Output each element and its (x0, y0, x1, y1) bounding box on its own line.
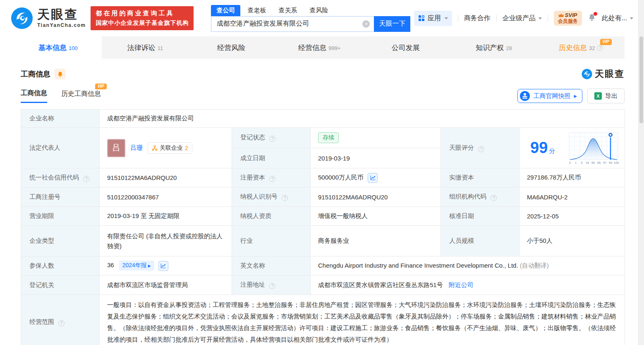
field-label-paid-capital: 实缴资本 (441, 168, 520, 187)
help-icon[interactable]: ? (282, 195, 288, 201)
industry-value: 商务服务业 (311, 226, 441, 256)
field-label-company-name: 企业名称 (21, 110, 100, 128)
legal-rep-avatar[interactable]: 吕 (107, 139, 125, 157)
reg-capital-value: 500000万人民币 (318, 174, 364, 182)
related-companies-badge[interactable]: 关联企业 2 (148, 142, 192, 154)
score-distribution-chart: 0 1 3 15 50 85 97 99 100 (566, 130, 622, 166)
company-type-value: 有限责任公司 (非自然人投资或控股的法人独资) (100, 226, 232, 256)
tab-legal-proceedings[interactable]: 法律诉讼 11 (102, 36, 189, 59)
search-tab-relation[interactable]: 查关系 (273, 5, 302, 16)
score-cell: 99分 (520, 128, 625, 168)
help-icon[interactable]: ? (83, 176, 89, 182)
tab-count: 11 (158, 45, 163, 51)
help-icon[interactable]: ? (58, 320, 65, 326)
chevron-down-icon (630, 17, 633, 19)
field-label-en-name: 英文名称 (232, 256, 311, 276)
nearby-companies-link[interactable]: 附近公司 (449, 281, 474, 288)
field-label-score: 天眼评分 ? (441, 128, 520, 168)
insured-count-value: 36 (107, 261, 114, 268)
snapshot-label: 工商官网快照 (533, 92, 570, 100)
field-label-insured-count: 参保人数 (21, 256, 100, 276)
search-input[interactable] (211, 16, 374, 32)
help-icon[interactable]: ? (269, 176, 275, 182)
org-network-icon (152, 145, 158, 151)
export-button[interactable]: X 导出 (587, 89, 625, 103)
header-nav: 应用 商务合作 企业级产品 SVIP 会员服务 (414, 11, 633, 26)
establish-date-value: 2019-03-19 (311, 148, 441, 168)
tianyancha-watermark: 天眼查 (582, 68, 625, 80)
help-icon[interactable]: ? (269, 136, 275, 142)
staff-size-value: 小于50人 (520, 226, 625, 256)
legal-rep-cell: 吕 吕珊 关联企业 2 (100, 128, 232, 168)
slogan-banner: 都在用的商业查询工具 国家中小企业发展子基金旗下机构 (91, 6, 194, 30)
related-companies-label: 关联企业 (160, 144, 183, 152)
trend-chart-icon (370, 175, 376, 181)
field-label-company-type: 企业类型 (21, 226, 100, 256)
tianyancha-logo[interactable]: 天眼查 TianYanCha.com (11, 7, 86, 29)
help-icon[interactable]: ? (491, 195, 497, 201)
reg-address-value: 成都市双流区黄水镇曾家店社区蚕丛东路51号 (318, 281, 443, 288)
field-label-approval-date: 核准日期 (441, 207, 520, 226)
field-label-taxpayer-quality: 纳税人资质 (232, 207, 311, 226)
business-info-section: 工商信息 天眼查 工商信息 历史工商信息 VIP (0, 68, 644, 345)
help-icon[interactable]: ? (478, 146, 484, 152)
field-label-business-scope: 经营范围 ? (21, 295, 100, 345)
related-companies-count: 2 (185, 145, 188, 151)
legal-rep-name-link[interactable]: 吕珊 (130, 144, 143, 152)
tab-label: 历史信息 (559, 43, 587, 53)
scrollbar[interactable] (638, 0, 644, 345)
svip-label: SVIP (565, 12, 577, 19)
business-coop-link[interactable]: 商务合作 (464, 14, 491, 23)
apps-menu[interactable]: 应用 (414, 11, 452, 26)
tab-company-development[interactable]: 公司发展 (363, 36, 450, 59)
official-snapshot-button[interactable]: 工商官网快照 ▸ (517, 89, 582, 103)
tab-count: 32 (589, 45, 595, 51)
notifications-bell-icon[interactable] (588, 13, 596, 23)
help-icon[interactable]: ? (597, 45, 603, 51)
divider (548, 15, 548, 22)
search-tab-company[interactable]: 查公司 (211, 5, 240, 16)
bell-icon (57, 71, 63, 77)
subtab-business-info[interactable]: 工商信息 (21, 89, 47, 103)
score-unit: 分 (549, 147, 555, 154)
monitor-bell-icon[interactable] (55, 69, 65, 79)
business-info-table: 企业名称 成都空港产融投资发展有限公司 法定代表人 吕 吕珊 关 (21, 109, 625, 345)
svg-text:0: 0 (569, 161, 571, 165)
search-tab-risk[interactable]: 查风险 (304, 5, 333, 16)
reg-number-value: 510122000347867 (100, 187, 232, 207)
subtab-history-business-info[interactable]: 历史工商信息 VIP (61, 90, 101, 103)
clear-search-icon[interactable]: × (362, 20, 370, 28)
search-tab-boss[interactable]: 查老板 (242, 5, 271, 16)
field-label-establish-date: 成立日期 (232, 148, 311, 168)
user-menu[interactable]: 此处有... (602, 14, 633, 23)
tab-operation-info[interactable]: 经营信息 999+ (276, 36, 363, 59)
search-button[interactable]: 天眼一下 (374, 16, 410, 32)
field-label-business-term: 营业期限 (21, 207, 100, 226)
tab-operation-risk[interactable]: 经营风险 (189, 36, 276, 59)
tab-history-info[interactable]: VIP 历史信息 32 ? (537, 36, 625, 59)
svg-text:15: 15 (586, 161, 589, 165)
field-label-reg-number: 工商注册号 (21, 187, 100, 207)
tab-basic-info[interactable]: 基本信息 100 (14, 36, 102, 59)
svg-text:100: 100 (614, 161, 619, 165)
business-term-value: 2019-03-19 至 无固定期限 (100, 207, 232, 226)
annual-report-badge[interactable]: 2024年报▸ (119, 261, 154, 271)
svg-text:97: 97 (603, 161, 606, 165)
tab-label: 知识产权 (476, 43, 504, 53)
tab-intellectual-property[interactable]: 知识产权 28 (450, 36, 538, 59)
trend-chart-icon (160, 263, 166, 269)
field-label-org-code: 组织机构代码 ? (441, 187, 520, 207)
enterprise-products-menu[interactable]: 企业级产品 (503, 14, 542, 23)
en-name-value: Chengdu Airport Industry and Finance Inv… (318, 262, 518, 269)
capital-trend-icon[interactable] (368, 173, 378, 183)
en-name-cell: Chengdu Airport Industry and Finance Inv… (311, 256, 625, 276)
logo-swirl-icon (582, 69, 592, 79)
divider (496, 15, 497, 22)
svip-member-badge[interactable]: SVIP 会员服务 (554, 11, 582, 26)
insured-trend-icon[interactable] (158, 261, 168, 271)
tab-count: 999+ (328, 45, 340, 51)
scrollbar-thumb[interactable] (639, 36, 643, 123)
auto-translate-note: (自动翻译) (520, 262, 549, 269)
taxpayer-quality-value: 增值税一般纳税人 (311, 207, 441, 226)
help-icon[interactable]: ? (269, 283, 275, 289)
